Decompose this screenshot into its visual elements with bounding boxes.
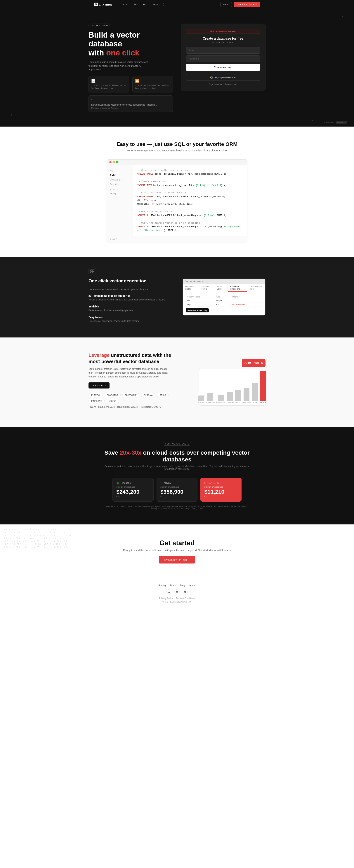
vs-tab-schema[interactable]: Schema profile xyxy=(199,284,214,292)
sidebar-section-label: SQL xyxy=(107,168,133,173)
try-button[interactable]: Try Lantern for Free xyxy=(234,2,260,7)
lantern-icon: ⬡ xyxy=(204,482,206,484)
bar-chart: ELASTIC PGVECTOR TIMESCALE CHROMA REDIS xyxy=(199,369,266,406)
lantern-mo: /mo xyxy=(204,495,238,498)
th-operator: Operator xyxy=(231,295,262,299)
chart-icon: 📈 xyxy=(91,79,127,83)
vs-tab-table[interactable]: Table Status xyxy=(214,284,228,292)
hero-right: $250 free credits free credits Create a … xyxy=(181,24,266,91)
close-dot xyxy=(109,161,112,163)
badge-milvus: MILVUS xyxy=(106,399,119,403)
quote-icon: " xyxy=(91,98,171,102)
hero-badge: LANTERN CLOUD xyxy=(88,24,110,27)
nav-blog[interactable]: Blog xyxy=(143,3,147,6)
hero-left: LANTERN CLOUD Build a vector database wi… xyxy=(88,24,173,112)
svg-rect-4 xyxy=(91,270,92,271)
price-card-pinecone: 🌲 Pinecone 1 billion embeddings $243,200… xyxy=(113,478,154,502)
bar-pgvector: PGVECTOR xyxy=(206,393,215,404)
login-button[interactable]: Login xyxy=(220,2,232,7)
leverage-title: Leverage unstructured data with the most… xyxy=(88,352,172,365)
powered-by: Powered by supabase xyxy=(324,121,347,124)
code-line: SELECT id FROM books ORDER BY book_embed… xyxy=(137,214,242,217)
code-line: -- Create a table with a vector column xyxy=(137,168,242,172)
getstarted-desc: Ready to meld the power of Lantern with … xyxy=(7,549,347,552)
code-sidebar: SQL SQL + JAVASCRIPT Sequelize PYTHON Dj… xyxy=(107,165,133,236)
easy-title: Easy to use — just use SQL or your favor… xyxy=(7,141,347,147)
getstarted-section: 0.1, 0.8, 0.4... -1.0, 0.3, 1.8... 0.6, … xyxy=(0,524,354,578)
privacy-policy-link[interactable]: Privacy Policy xyxy=(159,597,173,599)
learn-more-button[interactable]: Learn how ↗ xyxy=(88,382,110,389)
nav-docs[interactable]: Docs xyxy=(132,3,138,6)
leverage-content: Leverage unstructured data with the most… xyxy=(88,352,172,413)
lantern-sub: 1 billion embeddings xyxy=(204,486,238,488)
hero-feature-1: 📈 1 click to construct HNSW vector index… xyxy=(88,76,129,92)
hero-title: Build a vector database with one click xyxy=(88,31,173,57)
nav-pricing[interactable]: Pricing xyxy=(121,3,128,6)
discord-footer-icon[interactable] xyxy=(174,589,180,594)
leverage-inner: Leverage unstructured data with the most… xyxy=(88,352,266,413)
th-type: Type xyxy=(214,295,231,299)
navigation: LANTERN Pricing Docs Blog About ⬡ Login … xyxy=(0,0,354,9)
bar-milvus: MILVUS xyxy=(252,382,258,404)
svg-rect-1 xyxy=(95,4,96,5)
getstarted-cta-button[interactable]: Try Lantern for Free → xyxy=(159,556,195,563)
password-input[interactable] xyxy=(186,56,260,62)
vector-inner: One click vector generation Lantern make… xyxy=(88,268,266,327)
google-signup-button[interactable]: Sign up with Google xyxy=(186,74,260,81)
terms-link[interactable]: Terms & Conditions xyxy=(176,597,195,599)
code-panel-header xyxy=(107,159,247,165)
vector-icon-box xyxy=(88,268,96,275)
sidebar-sequelize[interactable]: Sequelize xyxy=(107,182,133,187)
vs-tab-index[interactable]: Create vector index xyxy=(247,284,265,292)
price-card-milvus: ⬡ milvus 1 billion embeddings $358,900 /… xyxy=(156,478,198,502)
twitter-footer-icon[interactable] xyxy=(182,589,188,594)
svg-rect-7 xyxy=(92,272,94,273)
footer-docs[interactable]: Docs xyxy=(170,584,176,587)
milvus-brand: ⬡ milvus xyxy=(160,482,194,484)
costs-inner: CONTROL YOUR COSTS Save 20x-30x on cloud… xyxy=(103,442,251,510)
logo-icon xyxy=(94,3,98,6)
code-line: -- Create an index for faster queries xyxy=(137,191,242,195)
badge-pgvector: PGVECTOR xyxy=(104,393,121,397)
hero-description: Lantern Cloud is a hosted Postgres vecto… xyxy=(88,60,151,72)
nav-about[interactable]: About xyxy=(152,3,158,6)
signup-title: Create a database for free xyxy=(186,37,260,40)
footer-pricing[interactable]: Pricing xyxy=(158,584,166,587)
vs-body: Column Name Type Operator title integer … xyxy=(183,292,265,315)
footer-icons xyxy=(7,589,347,594)
badge-timescale: TIMESCALE xyxy=(122,393,139,397)
code-panel-body: SQL SQL + JAVASCRIPT Sequelize PYTHON Dj… xyxy=(107,165,247,236)
sidebar-django[interactable]: Django xyxy=(107,191,133,196)
costs-desc: Customers switch to Lantern to avoid out… xyxy=(103,465,251,470)
generate-btn[interactable]: Generate Embedding xyxy=(186,308,209,312)
vs-tab-db[interactable]: Database profile xyxy=(183,284,199,292)
leverage-desc: Lantern index creation is 30x faster tha… xyxy=(88,367,172,378)
vs-tab-embed[interactable]: Generate embedding xyxy=(228,284,247,292)
bar-timescale: TIMESCALE xyxy=(216,395,226,404)
maximize-dot xyxy=(116,161,118,163)
badge-chroma: CHROMA xyxy=(141,393,155,397)
create-account-button[interactable]: Create account xyxy=(186,64,260,71)
github-icon[interactable]: ⬡ xyxy=(163,3,165,6)
svg-rect-5 xyxy=(92,270,94,271)
footer-blog[interactable]: Blog xyxy=(180,584,185,587)
vector-feature-3: Easy to use 1 click vector generation. A… xyxy=(88,316,172,323)
milvus-icon: ⬡ xyxy=(160,482,163,484)
signin-link[interactable]: Sign into an existing account xyxy=(186,83,260,86)
signup-card: $250 free credits free credits Create a … xyxy=(181,24,266,91)
github-footer-icon[interactable] xyxy=(166,589,172,594)
badge-redis: REDIS xyxy=(157,393,169,397)
pricing-note: Assumes 1536-dimensional vectors and ana… xyxy=(103,505,251,510)
sidebar-sql[interactable]: SQL + xyxy=(107,173,133,177)
pinecone-mo: /mo xyxy=(116,495,150,498)
getstarted-content: Get started Ready to meld the power of L… xyxy=(7,539,347,563)
vector-desc: Lantern makes it easy to add vectors to … xyxy=(88,288,172,291)
no-credit-text: No credit card required. xyxy=(186,41,260,44)
footer-about[interactable]: About xyxy=(189,584,196,587)
table-row: title integer xyxy=(186,299,262,303)
email-input[interactable] xyxy=(186,47,260,54)
vector-content: One click vector generation Lantern make… xyxy=(88,268,172,327)
code-line: SELECT id FROM books ORDER BY book_embed… xyxy=(137,225,242,232)
code-line: -- Query the nearest vector xyxy=(137,210,242,214)
bar-chroma: CHROMA xyxy=(227,392,234,404)
